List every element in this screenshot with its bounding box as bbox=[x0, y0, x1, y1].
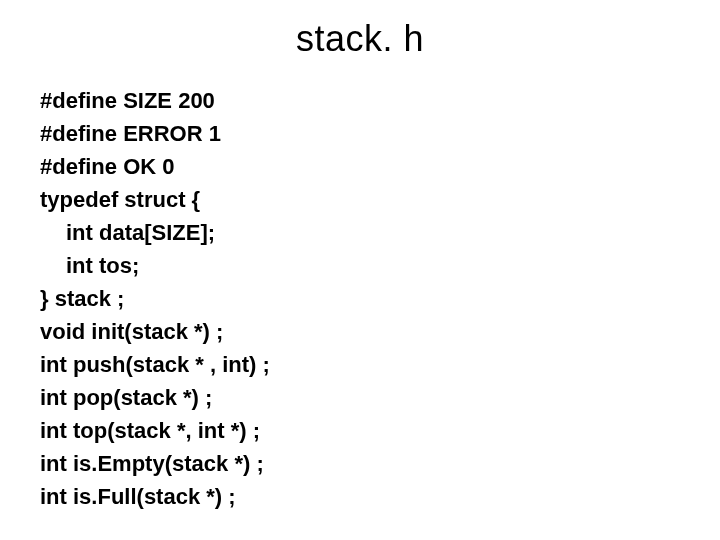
code-line: int is.Full(stack *) ; bbox=[40, 480, 680, 513]
code-line: #define SIZE 200 bbox=[40, 84, 680, 117]
code-block: #define SIZE 200 #define ERROR 1 #define… bbox=[40, 84, 680, 513]
code-line: int is.Empty(stack *) ; bbox=[40, 447, 680, 480]
page-title: stack. h bbox=[40, 18, 680, 60]
code-line: } stack ; bbox=[40, 282, 680, 315]
code-line: void init(stack *) ; bbox=[40, 315, 680, 348]
code-line: int pop(stack *) ; bbox=[40, 381, 680, 414]
code-line: int data[SIZE]; bbox=[40, 216, 680, 249]
code-line: int tos; bbox=[40, 249, 680, 282]
code-line: #define OK 0 bbox=[40, 150, 680, 183]
code-line: typedef struct { bbox=[40, 183, 680, 216]
slide: stack. h #define SIZE 200 #define ERROR … bbox=[0, 0, 720, 540]
code-line: #define ERROR 1 bbox=[40, 117, 680, 150]
code-line: int top(stack *, int *) ; bbox=[40, 414, 680, 447]
code-line: int push(stack * , int) ; bbox=[40, 348, 680, 381]
